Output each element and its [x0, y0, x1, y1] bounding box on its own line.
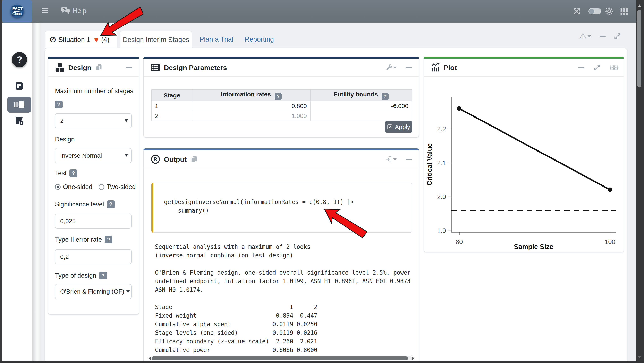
scrollbar-thumb[interactable]: [152, 357, 408, 360]
table-row: 2 1.000: [152, 111, 412, 121]
significance-input[interactable]: [55, 214, 132, 229]
table-row: 1 0.800 -6.000: [152, 101, 412, 111]
scroll-left-arrow-icon[interactable]: [147, 357, 151, 360]
user-avatar[interactable]: ?: [12, 52, 27, 67]
scroll-right-arrow-icon[interactable]: [412, 357, 416, 360]
sidebar-item-new-archive[interactable]: [14, 117, 24, 126]
svg-text:?: ?: [63, 7, 65, 11]
futility-bounds-help-badge[interactable]: ?: [382, 93, 388, 100]
scroll-up-arrow-icon[interactable]: [638, 3, 641, 7]
page-vertical-scrollbar[interactable]: [636, 0, 644, 363]
design-card: Design Maximum number of stages ? 2: [48, 57, 139, 315]
futility-bound-cell[interactable]: [310, 111, 412, 121]
type2-help-badge[interactable]: ?: [105, 236, 112, 243]
max-stages-select[interactable]: 2: [55, 113, 132, 128]
type2-error-input[interactable]: [55, 249, 132, 264]
r-code-block[interactable]: getDesignInverseNormal(informationRates …: [151, 183, 412, 233]
collapse-situation-button[interactable]: [600, 36, 606, 37]
svg-text:2.0: 2.0: [437, 193, 446, 200]
content-scrollbar[interactable]: [32, 22, 42, 361]
sidebar-toggle-button[interactable]: [41, 7, 50, 14]
test-label: Test ?: [55, 169, 77, 177]
sidebar-item-design-active[interactable]: [7, 97, 31, 113]
significance-help-badge[interactable]: ?: [107, 200, 115, 208]
plot-card-accent: [424, 57, 624, 58]
type-of-design-select[interactable]: O'Brien & Fleming (OF): [55, 284, 132, 299]
tab-plan-a-trial[interactable]: Plan a Trial: [198, 31, 234, 48]
design-type-select[interactable]: Inverse Normal: [55, 148, 132, 163]
app-logo[interactable]: R PACT Cloud: [2, 0, 32, 22]
expand-plot-button[interactable]: [594, 64, 600, 71]
cubes-icon: [55, 63, 64, 72]
svg-text:1.9: 1.9: [437, 227, 446, 234]
stage-cell: 1: [152, 101, 192, 111]
chevron-down-icon: [124, 119, 128, 124]
page-horizontal-scrollbar[interactable]: [0, 361, 644, 363]
main-area: ∅ Situation 1 ♥ (4) Design Interim Stage…: [42, 22, 636, 361]
sidebar-item-situations[interactable]: [16, 82, 23, 90]
tab-label: Plan a Trial: [200, 35, 233, 43]
copy-design-button[interactable]: [95, 64, 102, 71]
test-help-badge[interactable]: ?: [70, 169, 77, 177]
design-card-header: Design: [48, 59, 139, 76]
design-parameters-title: Design Parameters: [164, 64, 227, 72]
export-output-button[interactable]: [386, 156, 396, 163]
futility-bound-cell[interactable]: -6.000: [310, 101, 412, 111]
output-card-accent: [144, 148, 419, 150]
max-stages-help-badge[interactable]: ?: [55, 100, 63, 108]
critical-value-plot[interactable]: 1.92.02.12.280100Sample SizeCritical Val…: [424, 77, 624, 252]
design-type-label: Design: [55, 136, 75, 143]
plot-card: Plot ⚙⚙ 1.92.02.12.280100Sample SizeCrit…: [424, 57, 624, 252]
test-radio-group: One-sided Two-sided: [55, 183, 136, 191]
information-rate-cell[interactable]: 0.800: [192, 101, 310, 111]
expand-icon: [594, 64, 600, 71]
sidebar-divider: [7, 73, 30, 73]
theme-toggle[interactable]: [588, 0, 601, 22]
collapse-output-button[interactable]: [406, 159, 412, 160]
situations-flag-icon: [16, 82, 23, 90]
scrollbar-thumb[interactable]: [638, 10, 641, 87]
tab-design-interim-stages[interactable]: Design Interim Stages: [120, 31, 192, 48]
svg-text:2.2: 2.2: [437, 125, 446, 133]
apply-label: Apply: [395, 123, 410, 130]
table-grid-icon: [151, 63, 160, 72]
information-rates-help-badge[interactable]: ?: [275, 93, 282, 100]
radio-two-sided[interactable]: [98, 184, 104, 190]
expand-situation-button[interactable]: [614, 33, 621, 40]
type-of-design-value: O'Brien & Fleming (OF): [60, 288, 124, 295]
fullscreen-button[interactable]: [572, 0, 581, 22]
customize-table-button[interactable]: [386, 64, 396, 71]
apply-button[interactable]: Apply: [385, 121, 412, 133]
brightness-button[interactable]: [605, 0, 614, 22]
apps-grid-button[interactable]: [620, 0, 628, 22]
tab-reporting[interactable]: Reporting: [243, 31, 275, 48]
radio-one-sided[interactable]: [55, 184, 61, 190]
type-of-design-help-badge[interactable]: ?: [99, 272, 107, 280]
collapse-design-parameters-button[interactable]: [406, 67, 412, 68]
help-chat-icon: ?: [61, 7, 70, 15]
chevron-down-icon: [393, 158, 396, 162]
tab-situation-1[interactable]: ∅ Situation 1 ♥ (4): [45, 31, 117, 48]
chevron-down-icon: [588, 35, 591, 39]
warnings-dropdown-button[interactable]: ⚠: [579, 32, 591, 40]
copy-icon: [190, 156, 198, 163]
copy-output-button[interactable]: [190, 156, 198, 163]
scroll-down-arrow-icon[interactable]: [638, 356, 641, 360]
stage-cell: 2: [152, 111, 192, 121]
design-parameters-table: Stage Information rates ? Futility bound…: [151, 89, 412, 121]
r-output-text[interactable]: Sequential analysis with a maximum of 2 …: [155, 243, 410, 355]
warning-icon: ⚠: [579, 32, 587, 40]
design-card-accent: [48, 57, 139, 58]
help-menu[interactable]: ? Help: [61, 7, 86, 15]
chevron-down-icon: [126, 290, 130, 294]
information-rate-cell[interactable]: 1.000: [192, 111, 310, 121]
type-of-design-label: Type of design ?: [55, 272, 107, 280]
collapse-plot-button[interactable]: [578, 67, 584, 68]
app-root: R PACT Cloud ? Help: [0, 0, 644, 363]
collapse-design-button[interactable]: [126, 67, 132, 68]
sidebar: ?: [2, 22, 32, 361]
avatar-question-glyph: ?: [16, 54, 22, 65]
output-horizontal-scrollbar[interactable]: [146, 356, 417, 361]
plot-settings-button[interactable]: ⚙⚙: [609, 63, 616, 72]
heart-icon[interactable]: ♥: [94, 35, 99, 44]
